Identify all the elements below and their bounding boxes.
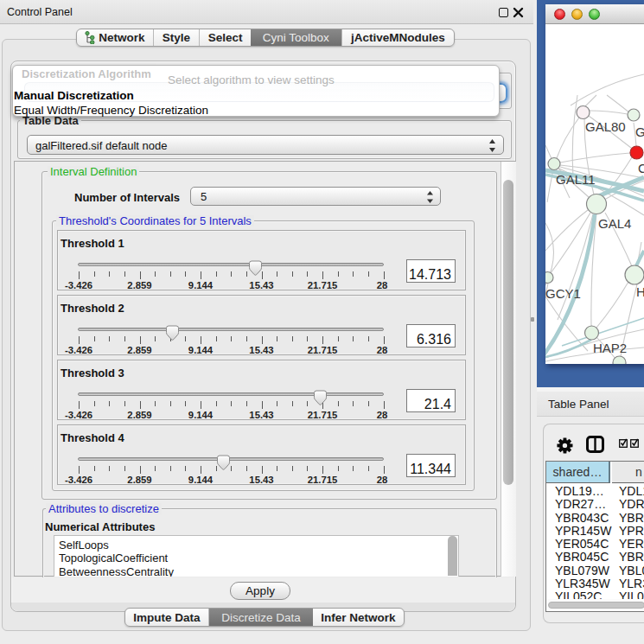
svg-text:H: H <box>636 284 644 299</box>
svg-text:HAP2: HAP2 <box>593 341 627 355</box>
svg-text:C: C <box>638 161 644 175</box>
svg-text:GAL4: GAL4 <box>598 216 631 231</box>
svg-text:GAL11: GAL11 <box>556 172 596 187</box>
svg-text:GAL80: GAL80 <box>585 119 626 134</box>
svg-text:GA: GA <box>635 124 644 139</box>
svg-text:GCY1: GCY1 <box>545 286 581 301</box>
